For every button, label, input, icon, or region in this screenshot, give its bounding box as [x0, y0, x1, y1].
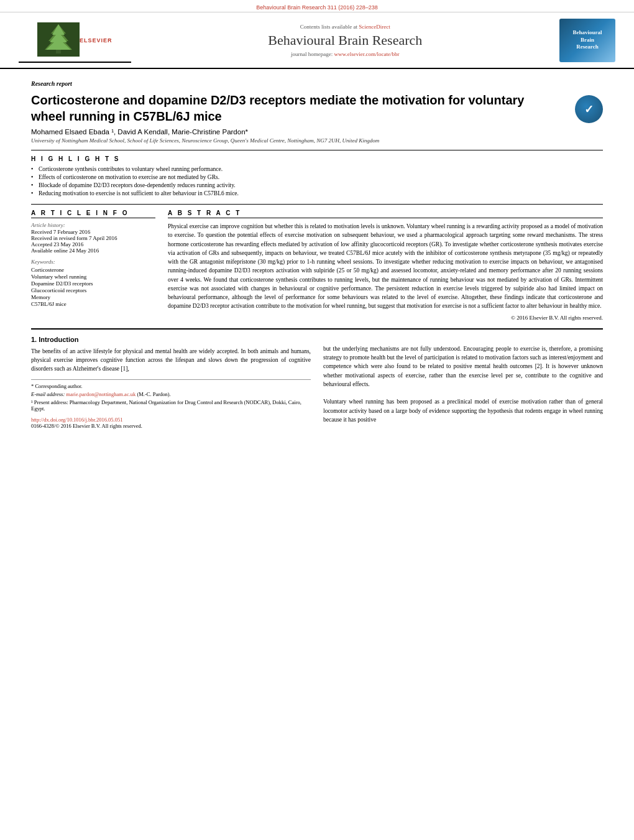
highlight-item-3: Blockade of dopamine D2/D3 receptors dos… — [31, 182, 603, 188]
svg-rect-3 — [56, 50, 61, 53]
sciencedirect-text: Contents lists available at ScienceDirec… — [144, 24, 547, 30]
highlights-list: Corticosterone synthesis contributes to … — [31, 166, 603, 196]
page-container: Behavioural Brain Research 311 (2016) 22… — [0, 0, 634, 441]
abstract-text: Physical exercise can improve cognition … — [168, 222, 603, 311]
journal-logo-right: Behavioural Brain Research — [559, 19, 615, 62]
issn-text: 0166-4328/© 2016 Elsevier B.V. All right… — [31, 423, 311, 429]
highlights-section: H I G H L I G H T S Corticosterone synth… — [31, 155, 603, 196]
journal-homepage: journal homepage: www.elsevier.com/locat… — [144, 51, 547, 57]
article-type: Research report — [31, 75, 603, 87]
journal-header: ELSEVIER Contents lists available at Sci… — [0, 12, 634, 69]
crossmark-icon: ✓ — [584, 103, 594, 116]
intro-left-col: 1. Introduction The benefits of an activ… — [31, 336, 311, 430]
abstract-header: A B S T R A C T — [168, 210, 603, 218]
introduction-section: 1. Introduction The benefits of an activ… — [31, 336, 603, 430]
main-content: Research report Corticosterone and dopam… — [0, 69, 634, 441]
history-label: Article history: — [31, 222, 155, 228]
sciencedirect-link[interactable]: ScienceDirect — [359, 24, 390, 30]
footnote-email-link[interactable]: marie.pardon@nottingham.ac.uk — [66, 391, 136, 397]
article-info-abstract: A R T I C L E I N F O Article history: R… — [31, 210, 603, 321]
article-title-section: Corticosterone and dopamine D2/D3 recept… — [31, 92, 603, 124]
article-info-col: A R T I C L E I N F O Article history: R… — [31, 210, 155, 321]
divider-1 — [31, 150, 603, 150]
affiliation: University of Nottingham Medical School,… — [31, 137, 603, 144]
keyword-6: C57BL/6J mice — [31, 301, 155, 307]
elsevier-logo: ELSEVIER — [19, 17, 131, 63]
footnote-section: * Corresponding author. E-mail address: … — [31, 379, 311, 412]
keywords-section: Keywords: Corticosterone Voluntary wheel… — [31, 259, 155, 307]
footnote-email: E-mail address: marie.pardon@nottingham.… — [31, 391, 311, 397]
footnote-1: ¹ Present address: Pharmacology Departme… — [31, 399, 311, 412]
journal-title: Behavioural Brain Research — [144, 32, 547, 48]
highlight-item-2: Effects of corticosterone on motivation … — [31, 174, 603, 180]
divider-2 — [31, 204, 603, 205]
copyright-line: © 2016 Elsevier B.V. All rights reserved… — [168, 315, 603, 321]
keyword-3: Dopamine D2/D3 receptors — [31, 280, 155, 287]
keyword-2: Voluntary wheel running — [31, 274, 155, 280]
highlights-label: H I G H L I G H T S — [31, 155, 603, 162]
citation-text: Behavioural Brain Research 311 (2016) 22… — [256, 2, 378, 13]
elsevier-label-text: ELSEVIER — [80, 37, 113, 44]
keyword-1: Corticosterone — [31, 267, 155, 273]
highlight-item-4: Reducing motivation to exercise is not s… — [31, 190, 603, 196]
keyword-5: Memory — [31, 294, 155, 300]
highlight-item-1: Corticosterone synthesis contributes to … — [31, 166, 603, 172]
article-title: Corticosterone and dopamine D2/D3 recept… — [31, 92, 541, 124]
keyword-4: Glucocorticoid receptors — [31, 287, 155, 293]
intro-section-title: 1. Introduction — [31, 336, 311, 343]
authors: Mohamed Elsaed Ebada ¹, David A Kendall,… — [31, 128, 603, 136]
crossmark-badge: ✓ — [575, 95, 603, 123]
doi-text: http://dx.doi.org/10.1016/j.bbr.2016.05.… — [31, 417, 311, 423]
abstract-col: A B S T R A C T Physical exercise can im… — [168, 210, 603, 321]
intro-right-col: but the underlying mechanisms are not fu… — [323, 336, 603, 430]
elsevier-tree-icon — [37, 22, 80, 57]
intro-right-text: but the underlying mechanisms are not fu… — [323, 336, 603, 425]
online-date: Available online 24 May 2016 — [31, 247, 155, 254]
article-history: Article history: Received 7 February 201… — [31, 222, 155, 254]
revised-date: Received in revised form 7 April 2016 — [31, 235, 155, 241]
journal-homepage-link[interactable]: www.elsevier.com/locate/bbr — [334, 51, 400, 57]
bottom-divider — [31, 328, 603, 330]
intro-left-text: The benefits of an active lifestyle for … — [31, 347, 311, 374]
accepted-date: Accepted 23 May 2016 — [31, 241, 155, 247]
keywords-label: Keywords: — [31, 259, 155, 265]
journal-center: Contents lists available at ScienceDirec… — [131, 24, 559, 57]
received-date: Received 7 February 2016 — [31, 229, 155, 235]
footnote-star: * Corresponding author. — [31, 383, 311, 389]
doi-section: http://dx.doi.org/10.1016/j.bbr.2016.05.… — [31, 417, 311, 429]
top-citation-bar: Behavioural Brain Research 311 (2016) 22… — [0, 0, 634, 12]
article-info-header: A R T I C L E I N F O — [31, 210, 155, 218]
